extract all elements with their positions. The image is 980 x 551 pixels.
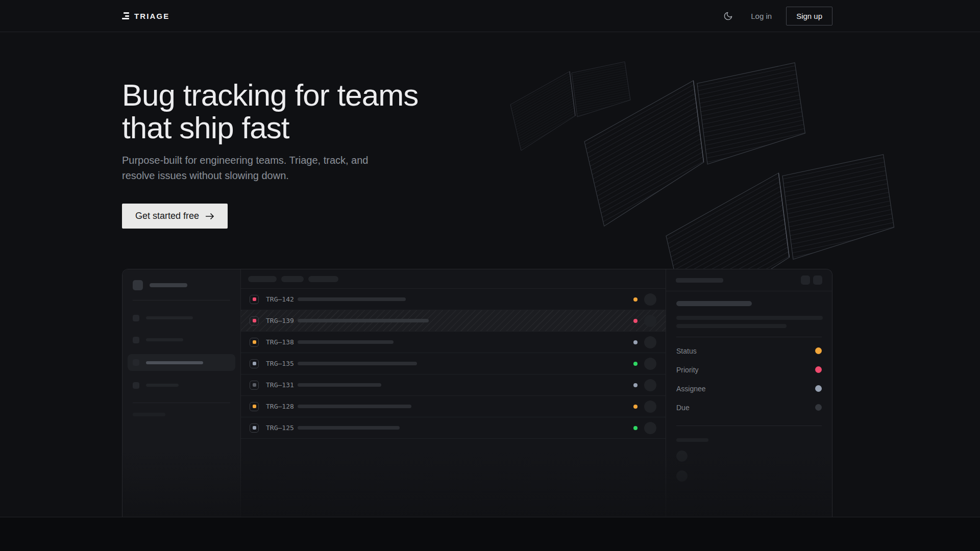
issue-title-placeholder xyxy=(298,297,406,301)
property-value-dot xyxy=(815,385,822,392)
property-value-dot xyxy=(815,347,822,354)
property-label: Due xyxy=(676,404,690,412)
activity-avatar xyxy=(676,450,688,462)
issue-row: TRG–131 xyxy=(241,374,666,396)
assignee-avatar xyxy=(644,293,656,306)
login-link[interactable]: Log in xyxy=(751,12,772,20)
issue-row: TRG–142 xyxy=(241,289,666,310)
status-dot xyxy=(633,405,638,409)
detail-action-placeholder xyxy=(801,276,810,285)
sidebar-item-placeholder xyxy=(146,338,183,341)
property-row: Assignee xyxy=(676,379,822,398)
sidebar-item-active xyxy=(128,354,235,371)
issue-type-icon xyxy=(250,381,259,390)
issue-type-icon xyxy=(250,359,259,368)
divider xyxy=(676,337,822,337)
sidebar-item xyxy=(133,378,230,393)
property-label: Assignee xyxy=(676,385,706,393)
issue-id: TRG–142 xyxy=(266,295,298,303)
issue-type-icon xyxy=(250,402,259,411)
brand-name: TRIAGE xyxy=(134,12,169,20)
issue-title-placeholder xyxy=(298,340,394,344)
status-dot xyxy=(633,362,638,366)
hero-section: Bug tracking for teams that ship fast Pu… xyxy=(0,32,980,517)
issue-id: TRG–128 xyxy=(266,403,298,410)
property-row: Priority xyxy=(676,360,822,379)
status-dot xyxy=(633,297,638,302)
hero-subtext: Purpose-built for engineering teams. Tri… xyxy=(122,153,832,183)
sidebar-item-placeholder xyxy=(146,316,193,319)
sidebar-item-placeholder xyxy=(146,361,203,364)
status-dot xyxy=(633,426,638,430)
activity-avatar xyxy=(676,470,688,482)
status-dot xyxy=(633,383,638,387)
signup-button[interactable]: Sign up xyxy=(786,7,832,26)
issue-row: TRG–139 xyxy=(241,310,666,332)
issue-title-placeholder xyxy=(298,405,411,408)
sidebar-item-placeholder xyxy=(146,384,179,387)
assignee-avatar xyxy=(644,379,656,391)
tab-placeholder xyxy=(248,276,277,282)
issue-id: TRG–138 xyxy=(266,338,298,346)
issue-row: TRG–128 xyxy=(241,396,666,417)
mockup-issue-list: TRG–142 TRG–139 TRG–138 TRG–135 xyxy=(241,269,666,517)
issue-id: TRG–139 xyxy=(266,317,298,324)
arrow-right-icon xyxy=(205,213,214,220)
divider xyxy=(133,300,230,300)
issue-list-header xyxy=(241,269,666,289)
footer xyxy=(0,517,980,551)
tab-placeholder xyxy=(281,276,304,282)
property-value-dot xyxy=(815,404,822,411)
assignee-avatar xyxy=(644,422,656,434)
workspace-avatar xyxy=(133,280,143,290)
issue-title-placeholder xyxy=(676,301,752,306)
page-title: Bug tracking for teams that ship fast xyxy=(122,79,832,144)
brand-logo[interactable]: TRIAGE xyxy=(122,12,169,20)
status-dot xyxy=(633,319,638,323)
issue-type-icon xyxy=(250,295,259,304)
sidebar-item xyxy=(133,332,230,347)
top-nav: TRIAGE Log in Sign up xyxy=(0,0,980,32)
issue-row: TRG–138 xyxy=(241,332,666,353)
workspace-name-placeholder xyxy=(150,283,187,287)
property-row: Status xyxy=(676,341,822,360)
issue-row: TRG–125 xyxy=(241,417,666,439)
property-label: Priority xyxy=(676,366,699,374)
triage-bars-icon xyxy=(122,12,129,19)
tab-placeholder xyxy=(308,276,338,282)
sidebar-item xyxy=(133,310,230,325)
detail-title-placeholder xyxy=(676,278,723,283)
detail-panel-header xyxy=(666,269,832,291)
issue-title-placeholder xyxy=(298,426,400,430)
issue-row: TRG–135 xyxy=(241,353,666,374)
mockup-sidebar xyxy=(122,269,241,517)
get-started-button[interactable]: Get started free xyxy=(122,204,228,229)
activity-label-placeholder xyxy=(676,438,708,442)
assignee-avatar xyxy=(644,315,656,327)
issue-description-placeholder xyxy=(676,316,823,320)
divider xyxy=(676,425,822,426)
issue-description-placeholder xyxy=(676,324,787,328)
sidebar-section-label-placeholder xyxy=(133,413,165,416)
issue-id: TRG–131 xyxy=(266,381,298,389)
issue-title-placeholder xyxy=(298,362,417,365)
issue-id: TRG–125 xyxy=(266,424,298,432)
issue-type-icon xyxy=(250,423,259,433)
issue-type-icon xyxy=(250,316,259,325)
assignee-avatar xyxy=(644,358,656,370)
divider xyxy=(133,403,230,403)
issue-title-placeholder xyxy=(298,383,381,387)
sidebar-item-icon xyxy=(133,337,139,343)
moon-icon xyxy=(723,11,733,21)
app-mockup: TRG–142 TRG–139 TRG–138 TRG–135 xyxy=(122,269,832,517)
theme-toggle-button[interactable] xyxy=(719,7,737,24)
sidebar-item-icon xyxy=(133,315,139,321)
status-dot xyxy=(633,340,638,344)
sidebar-item-icon xyxy=(133,359,139,366)
property-label: Status xyxy=(676,347,697,355)
issue-type-icon xyxy=(250,338,259,347)
issue-title-placeholder xyxy=(298,319,429,322)
detail-action-placeholder xyxy=(813,276,822,285)
property-row: Due xyxy=(676,398,822,417)
issue-id: TRG–135 xyxy=(266,360,298,367)
